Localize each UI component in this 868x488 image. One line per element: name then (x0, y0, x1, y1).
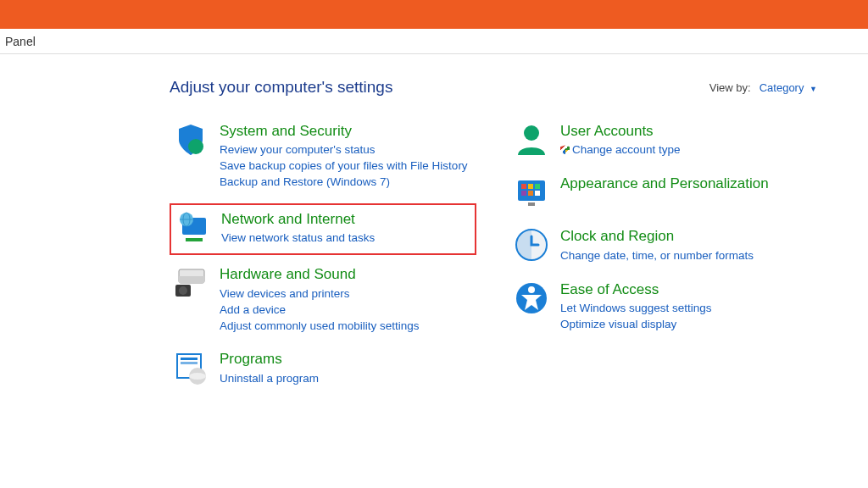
category-sublink[interactable]: View devices and printers (220, 286, 420, 302)
category-title[interactable]: Clock and Region (560, 228, 754, 245)
svg-rect-16 (521, 184, 526, 189)
category-title[interactable]: Programs (220, 351, 319, 368)
category-clock-and-region: Clock and RegionChange date, time, or nu… (510, 224, 817, 266)
ease-icon (513, 280, 550, 317)
network-icon (174, 209, 211, 247)
svg-point-26 (528, 286, 535, 293)
category-title[interactable]: Appearance and Personalization (560, 175, 769, 192)
category-title[interactable]: Network and Internet (221, 211, 375, 228)
svg-rect-22 (528, 202, 535, 206)
category-appearance-and-personalization: Appearance and Personalization (510, 171, 817, 214)
left-column: System and SecurityReview your computer'… (170, 119, 476, 400)
category-sublink[interactable]: Change date, time, or number formats (560, 248, 754, 264)
svg-rect-17 (528, 184, 533, 189)
category-user-accounts: User AccountsChange account type (510, 119, 817, 161)
svg-rect-18 (535, 184, 540, 189)
category-sublink[interactable]: Add a device (220, 302, 420, 319)
hardware-icon (172, 264, 209, 302)
category-hardware-and-sound: Hardware and SoundView devices and print… (170, 262, 476, 336)
svg-rect-19 (521, 191, 526, 196)
chevron-down-icon: ▼ (810, 85, 817, 93)
category-sublink[interactable]: Optimize visual display (560, 317, 712, 333)
category-system-and-security: System and SecurityReview your computer'… (170, 119, 476, 193)
category-sublink[interactable]: Save backup copies of your files with Fi… (220, 158, 468, 175)
svg-point-13 (189, 373, 206, 380)
category-network-and-internet: Network and InternetView network status … (170, 203, 476, 255)
title-bar (0, 0, 868, 29)
view-by-dropdown[interactable]: Category ▼ (760, 81, 817, 94)
svg-rect-10 (181, 358, 198, 360)
user-icon (513, 121, 550, 158)
category-programs: ProgramsUninstall a program (170, 347, 476, 389)
category-title[interactable]: Hardware and Sound (220, 266, 420, 283)
svg-point-14 (524, 125, 539, 141)
svg-rect-2 (186, 238, 203, 241)
svg-rect-21 (535, 191, 540, 196)
view-by-control: View by: Category ▼ (709, 81, 817, 94)
content-area: Adjust your computer's settings View by:… (0, 54, 868, 400)
breadcrumb-bar: Panel (0, 29, 868, 54)
category-sublink[interactable]: Backup and Restore (Windows 7) (220, 175, 468, 191)
category-title[interactable]: User Accounts (560, 123, 681, 140)
svg-rect-11 (181, 362, 198, 364)
svg-point-0 (188, 139, 203, 154)
category-title[interactable]: Ease of Access (560, 281, 712, 298)
category-title[interactable]: System and Security (220, 123, 468, 140)
category-sublink[interactable]: Change account type (560, 142, 681, 158)
header-row: Adjust your computer's settings View by:… (170, 78, 817, 97)
category-sublink[interactable]: Let Windows suggest settings (560, 301, 712, 317)
category-sublink[interactable]: Adjust commonly used mobility settings (220, 319, 420, 335)
programs-icon (172, 349, 209, 386)
svg-rect-20 (528, 191, 533, 196)
svg-rect-6 (179, 276, 204, 283)
page-title: Adjust your computer's settings (170, 78, 392, 97)
category-sublink[interactable]: View network status and tasks (221, 230, 375, 247)
right-column: User AccountsChange account typeAppearan… (510, 119, 817, 400)
category-sublink[interactable]: Uninstall a program (220, 371, 319, 387)
breadcrumb-text: Panel (5, 35, 36, 48)
svg-point-8 (179, 286, 187, 295)
view-by-label: View by: (709, 81, 751, 94)
category-columns: System and SecurityReview your computer'… (170, 119, 817, 400)
appearance-icon (513, 174, 550, 211)
category-ease-of-access: Ease of AccessLet Windows suggest settin… (510, 277, 817, 336)
clock-icon (513, 226, 550, 263)
shield-icon (172, 121, 209, 158)
category-sublink[interactable]: Review your computer's status (220, 142, 468, 158)
